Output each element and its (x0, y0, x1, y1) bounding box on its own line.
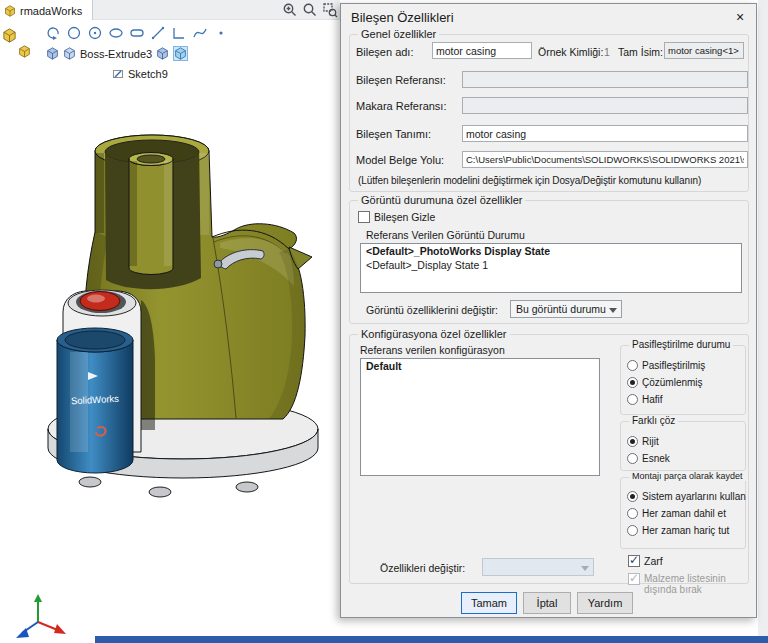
radio-label: Rijit (642, 436, 659, 447)
group-solve-as-label: Farklı çöz (629, 415, 678, 426)
group-save-as-part: Montajı parça olarak kaydet Sistem ayarl… (620, 477, 746, 549)
radio-label: Hafif (642, 394, 663, 405)
radio-system-settings[interactable]: Sistem ayarlarını kullan (627, 491, 746, 502)
ok-button[interactable]: Tamam (461, 592, 517, 614)
exclude-bom-checkbox: ✓ Malzeme listesinindışında bırak (628, 573, 736, 595)
slot-tool-icon[interactable] (128, 24, 146, 42)
exclude-bom-label: Malzeme listesinindışında bırak (644, 573, 736, 595)
close-icon[interactable]: × (730, 7, 750, 27)
checkbox-icon (358, 211, 370, 223)
display-change-value: Bu görüntü durumu (516, 303, 606, 315)
radio-always-include[interactable]: Her zaman dahil et (627, 508, 726, 519)
group-general-label: Genel özellikler (358, 28, 439, 40)
radio-rigid[interactable]: Rijit (627, 436, 659, 447)
list-item[interactable]: <Default>_PhotoWorks Display State (361, 244, 741, 258)
orientation-triad (16, 594, 66, 638)
radio-icon (627, 377, 638, 388)
point-tool-icon[interactable] (212, 24, 230, 42)
config-list-label: Referans verilen konfigürasyon (360, 344, 505, 356)
help-button[interactable]: Yardım (577, 592, 633, 614)
tree-feature-label: Boss-Extrude3 (80, 48, 152, 60)
radio-flexible[interactable]: Esnek (627, 453, 670, 464)
model-canvas[interactable]: SolidWorks (0, 0, 340, 643)
radio-icon (627, 360, 638, 371)
tree-sketch-label: Sketch9 (128, 68, 168, 80)
tree-item-feature[interactable]: Boss-Extrude3 (46, 46, 188, 61)
taskbar-strip (95, 636, 768, 643)
instance-id-value: 1 (604, 46, 610, 58)
circle-tool-icon[interactable] (65, 24, 83, 42)
radio-icon (627, 491, 638, 502)
power-button (80, 292, 120, 311)
corner-rectangle-tool-icon[interactable] (170, 24, 188, 42)
hide-component-label: Bileşen Gizle (374, 211, 435, 223)
component-name-label: Bileşen adı: (356, 46, 413, 58)
undo-icon[interactable] (44, 24, 62, 42)
envelope-checkbox[interactable]: ✓ Zarf (628, 555, 663, 567)
model-path-label: Model Belge Yolu: (356, 154, 444, 166)
right-edge-panel (758, 0, 768, 643)
group-suppression: Pasifleştirilme durumu Pasifleştirilmiş … (620, 345, 746, 415)
display-change-combo[interactable]: Bu görüntü durumu (510, 300, 622, 318)
radio-icon (627, 525, 638, 536)
configuration-listbox: Default (360, 358, 600, 476)
instance-id-label: Örnek Kimliği: (538, 46, 603, 58)
sketch-icon (112, 68, 124, 80)
radio-lightweight[interactable]: Hafif (627, 394, 663, 405)
description-input[interactable] (462, 125, 748, 142)
chevron-down-icon (581, 566, 589, 571)
component-ref-input[interactable] (462, 71, 748, 88)
feature-cube-selected-icon[interactable] (173, 46, 188, 61)
radio-suppressed[interactable]: Pasifleştirilmiş (627, 360, 705, 371)
radio-label: Sistem ayarlarını kullan (642, 491, 746, 502)
radio-icon (627, 508, 638, 519)
radio-label: Çözümlenmiş (642, 377, 703, 388)
checkbox-icon: ✓ (628, 555, 640, 567)
feature-cube-icon (156, 47, 169, 60)
group-save-as-part-label: Montajı parça olarak kaydet (629, 471, 746, 481)
model-path-field (462, 151, 748, 168)
description-label: Bileşen Tanımı: (356, 128, 431, 140)
full-name-field (664, 42, 744, 59)
change-properties-label: Özellikleri değiştir: (380, 562, 465, 574)
tree-item-sketch[interactable]: Sketch9 (112, 68, 168, 80)
list-item[interactable]: <Default>_Display State 1 (361, 258, 741, 272)
radio-always-exclude[interactable]: Her zaman hariç tut (627, 525, 729, 536)
group-general: Genel özellikler Bileşen adı: Örnek Kiml… (349, 34, 749, 192)
spline-tool-icon[interactable] (191, 24, 209, 42)
group-configuration-label: Konfigürasyona özel özellikler (358, 328, 510, 340)
list-item[interactable]: Default (361, 359, 599, 373)
group-solve-as: Farklı çöz Rijit Esnek (620, 421, 746, 471)
spool-ref-input[interactable] (462, 97, 748, 114)
envelope-label: Zarf (644, 555, 663, 567)
part-icon[interactable] (18, 44, 31, 62)
radio-label: Pasifleştirilmiş (642, 360, 705, 371)
feature-cube-icon (46, 47, 59, 60)
radio-resolved[interactable]: Çözümlenmiş (627, 377, 703, 388)
display-state-listbox: <Default>_PhotoWorks Display State <Defa… (360, 243, 742, 293)
component-properties-dialog: Bileşen Özellikleri × Genel özellikler B… (340, 3, 757, 618)
replace-note: (Lütfen bileşenlerin modelini değiştirme… (358, 175, 752, 186)
line-tool-icon[interactable] (149, 24, 167, 42)
component-name-input[interactable] (432, 42, 532, 59)
spool-ref-label: Makara Referansı: (356, 100, 446, 112)
component-ref-label: Bileşen Referansı: (356, 74, 446, 86)
radio-icon (627, 436, 638, 447)
group-configuration: Konfigürasyona özel özellikler Referans … (349, 334, 749, 584)
ellipse-tool-icon[interactable] (107, 24, 125, 42)
assembly-icon[interactable] (2, 28, 17, 47)
radio-label: Esnek (642, 453, 670, 464)
checkbox-icon: ✓ (628, 573, 640, 585)
center-circle-tool-icon[interactable] (86, 24, 104, 42)
battery-cylinder: SolidWorks (57, 328, 133, 473)
full-name-label: Tam İsim: (618, 46, 663, 58)
group-display-label: Görüntü durumuna özel özellikler (358, 194, 525, 206)
hide-component-checkbox[interactable]: Bileşen Gizle (358, 211, 435, 223)
cancel-button[interactable]: İptal (523, 592, 571, 614)
radio-icon (627, 453, 638, 464)
shortcut-toolbar (44, 24, 230, 42)
chevron-down-icon (609, 308, 617, 313)
change-properties-combo (482, 558, 594, 576)
display-change-label: Görüntü özelliklerini değiştir: (366, 304, 498, 316)
dialog-title: Bileşen Özellikleri (351, 10, 454, 25)
